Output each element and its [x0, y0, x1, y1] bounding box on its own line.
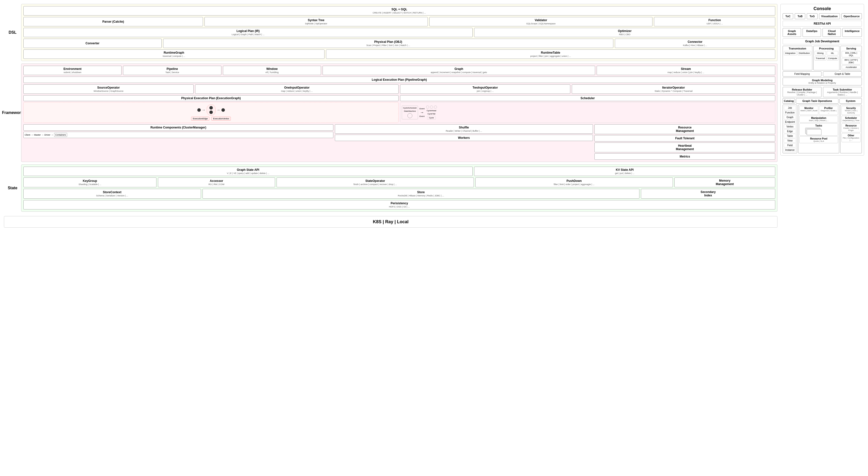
keygroup-subtitle: Sharding | Scalable | ...	[26, 183, 154, 185]
kv-state-api-title: KV State API	[476, 168, 773, 172]
catalog-header: Catalog	[783, 98, 795, 103]
dataops-cell[interactable]: DataOps	[803, 28, 821, 37]
lep-title: Logical Execution Plan (PipelineGraph)	[26, 78, 773, 82]
workers-title: Workers	[337, 136, 591, 140]
distribution-cell: Distribution	[798, 51, 811, 55]
fault-tolerant-title: Fault Tolerant	[597, 137, 773, 140]
profiler-title: Profiler	[820, 107, 837, 110]
runtime-table-subtitle: project | filter | join | aggregate | un…	[328, 55, 773, 57]
catalog-vertex[interactable]: Vertex	[784, 124, 796, 129]
tab-opensource[interactable]: OpenSource	[841, 13, 862, 19]
rpc-cell: RPC | HTTP | JDBC	[842, 58, 861, 64]
accessor-subtitle: RO | RW | COW	[160, 183, 273, 185]
validator-title: Validator	[432, 19, 651, 22]
tab-tog[interactable]: ToG	[807, 13, 817, 19]
syntax-tree-title: Syntax Tree	[207, 19, 426, 22]
exec-dot1	[197, 108, 201, 112]
graph-assets-cell[interactable]: Graph Assets	[783, 28, 801, 37]
runtime-graph-subtitle: traversal | compute | ...	[26, 55, 322, 57]
connector-subtitle: Kafka | Hive | HBase | ...	[617, 44, 773, 47]
serving-title: Serving	[842, 47, 861, 50]
tab-toc[interactable]: ToC	[783, 13, 793, 19]
other-sys-subtitle: File | Configuration | ...	[842, 137, 860, 141]
integration-cell: Integration	[784, 51, 797, 55]
transmission-title: Transmission	[784, 47, 811, 50]
k8s-bar: K8S | Ray | Local	[4, 216, 777, 228]
cycle-scheduler-label: CycleScheduler	[403, 107, 417, 109]
scheduler-title: Scheduler	[401, 96, 774, 100]
graph-state-api-subtitle: V | E | VE | query | add | update | dele…	[26, 172, 470, 175]
framework-label: Framework	[4, 63, 21, 162]
catalog-view[interactable]: View	[784, 139, 796, 143]
kv-state-api-subtitle: get | put | delete | ...	[476, 172, 773, 175]
graph-table-cell: Graph & Table	[823, 71, 862, 77]
tab-visualization[interactable]: Visualization	[819, 13, 840, 19]
pipeline-subtitle: Task | Service	[125, 71, 219, 73]
exec-arrow1: →	[202, 108, 206, 112]
cycletail-label: CycleTail	[427, 113, 435, 115]
state-op-title: StateOperator	[279, 179, 472, 183]
pushdown-subtitle: filter | limit | order | project | aggre…	[477, 183, 671, 185]
catalog-edge[interactable]: Edge	[784, 129, 796, 133]
twoinput-op-title: TwoInputOperator	[402, 86, 568, 89]
connector-title: Connector	[617, 40, 773, 43]
source-op-subtitle: WindowSource | GraphSource	[26, 90, 191, 92]
store-context-title: StoreContext	[26, 190, 199, 194]
shuffle-subtitle: Reader | Writer | Channel | Buffer | ...	[337, 130, 591, 132]
env-subtitle: submit | shutdown	[26, 71, 119, 73]
containers-label: Containers	[54, 133, 67, 137]
catalog-function[interactable]: Function	[784, 111, 796, 115]
resource-sys-title: Resource	[842, 124, 860, 127]
state-label: State	[4, 165, 21, 212]
driver-label: Driver	[44, 133, 51, 136]
graph-modeling-title: Graph Modeling	[784, 79, 861, 82]
runtime-table-title: RuntimeTable	[328, 51, 773, 54]
catalog-instance[interactable]: Instance	[784, 148, 796, 152]
oneinput-op-title: OneInputOperator	[197, 86, 396, 89]
security-subtitle: Tenant | User | Authority	[842, 110, 860, 114]
store-subtitle: RocksDB | HBase | Memory | Redis | JDBC …	[205, 195, 638, 197]
validator-subtitle: GQLScope | GQLNamespace	[432, 22, 651, 25]
pushdown-title: PushDown	[477, 179, 671, 183]
scheduler-sys-title: Scheduler	[842, 117, 860, 119]
twoinput-op-subtitle: join | cogroup | ...	[402, 90, 568, 92]
release-builder-title: Release Builder	[784, 88, 820, 91]
sql-gql-title: SQL + GQL	[26, 8, 773, 11]
compute-cell: Compute	[827, 56, 838, 61]
tab-tob[interactable]: ToB	[795, 13, 805, 19]
intelligence-cell[interactable]: Intelligence	[842, 28, 862, 37]
catalog-job[interactable]: Job	[784, 106, 796, 110]
exec-arrow2: →	[217, 108, 220, 112]
event1-label: Event	[420, 108, 425, 110]
env-title: Environment	[26, 67, 119, 71]
graph-modeling-subtitle: Entity & Relation & Property	[784, 82, 861, 84]
catalog-table[interactable]: Table	[784, 134, 796, 138]
physical-plan-title: Physical Plan (OBJ)	[165, 40, 611, 43]
exec-dot4	[221, 108, 225, 112]
catalog-endpoint[interactable]: Endpoint	[784, 120, 796, 124]
profiler-subtitle: Diagnose | Scale | ...	[820, 110, 837, 114]
graph-state-api-title: Graph State API	[26, 168, 470, 172]
pep-title: Physical Execution Plan (ExecutionGraph)	[25, 96, 397, 100]
graph-task-ops-header: Graph Task Operations	[796, 98, 838, 103]
catalog-field[interactable]: Field	[784, 143, 796, 147]
syntax-tree-subtitle: SqlNode | SqlOperator	[207, 22, 426, 25]
converter-title: Converter	[26, 41, 159, 45]
task-submitter-subtitle: Arguments | Runtime | Handle | Status | …	[824, 91, 861, 96]
cyclehead-label: CycleHead	[427, 110, 436, 112]
logical-plan-title: Logical Plan (IR)	[26, 29, 470, 33]
resource-pool-title: Resource Pool	[800, 137, 837, 140]
catalog-graph[interactable]: Graph	[784, 115, 796, 119]
processing-title: Processing	[815, 47, 838, 50]
field-mapping-cell: Field Mapping	[783, 71, 822, 77]
restful-api-header: RESTful API	[783, 21, 862, 27]
exec-dot2	[209, 106, 213, 110]
store-context-subtitle: Schema | Serializer | Version | ...	[26, 195, 199, 197]
cloud-native-cell[interactable]: Cloud Native	[823, 28, 841, 37]
dsl-label: DSL	[4, 4, 21, 61]
memory-mgmt-title: Memory Management	[677, 179, 773, 186]
graph-job-dev-header: Graph Job Development	[783, 38, 862, 44]
optimizer-subtitle: RBO | CBO	[476, 33, 773, 36]
monitor-title: Monitor	[800, 107, 817, 110]
keygroup-title: KeyGroup	[26, 179, 154, 183]
